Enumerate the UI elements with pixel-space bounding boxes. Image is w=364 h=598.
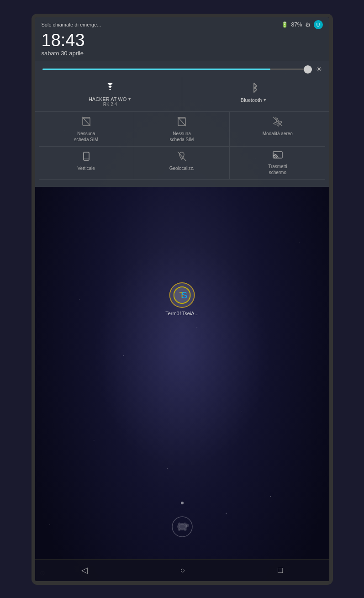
sim2-tile[interactable]: Nessunascheda SIM <box>134 112 230 147</box>
back-button[interactable]: ◁ <box>72 561 97 579</box>
bluetooth-label: Bluetooth ▼ <box>241 97 267 103</box>
emergency-text: Solo chiamate di emerge... <box>42 22 101 27</box>
time-area: 18:43 sabato 30 aprile <box>35 30 329 62</box>
notification-panel: Solo chiamate di emerge... 🔋 87% ⚙ U 18:… <box>35 17 329 187</box>
brightness-max-icon: ☀ <box>316 65 322 74</box>
dot-indicator <box>181 502 184 504</box>
brightness-knob[interactable] <box>304 65 312 74</box>
settings-icon[interactable]: ⚙ <box>305 21 311 28</box>
rotate-icon <box>82 151 91 164</box>
cast-label: Trasmettischermo <box>268 164 287 175</box>
app-area: T S Term01TseiA... <box>165 282 199 316</box>
bottom-logo <box>171 506 194 540</box>
svg-text:S: S <box>181 290 187 300</box>
svg-line-4 <box>82 117 90 126</box>
bt-dropdown-arrow: ▼ <box>263 98 267 102</box>
app-icon[interactable]: T S <box>169 282 195 308</box>
brightness-fill <box>42 69 271 70</box>
cast-icon <box>273 151 283 162</box>
wifi-sublabel: RK 2.4 <box>103 102 117 107</box>
wifi-label: HACKER AT WO ▼ <box>89 96 132 102</box>
location-icon <box>177 151 186 164</box>
quick-tiles-grid: Nessunascheda SIM Nessunascheda SIM <box>35 112 329 180</box>
battery-icon: 🔋 <box>281 21 288 28</box>
date-display: sabato 30 aprile <box>42 50 323 59</box>
status-bar-right: 🔋 87% ⚙ U <box>281 20 322 29</box>
wifi-tile[interactable]: HACKER AT WO ▼ RK 2.4 <box>39 77 182 111</box>
device-frame: Solo chiamate di emerge... 🔋 87% ⚙ U 18:… <box>32 14 333 585</box>
time-display: 18:43 <box>42 31 323 50</box>
bluetooth-tile[interactable]: Bluetooth ▼ <box>182 77 326 111</box>
sim1-icon <box>82 116 91 129</box>
sim1-label: Nessunascheda SIM <box>74 131 98 143</box>
sim2-label: Nessunascheda SIM <box>170 131 194 143</box>
app-label: Term01TseiA... <box>165 311 199 316</box>
brightness-row: ☀ <box>35 61 329 77</box>
rotate-label: Verticale <box>77 165 95 171</box>
airplane-tile[interactable]: Modalità aereo <box>230 112 325 147</box>
cast-tile[interactable]: Trasmettischermo <box>230 147 325 180</box>
home-button[interactable]: ○ <box>171 562 195 579</box>
airplane-label: Modalità aereo <box>263 131 293 137</box>
brightness-slider[interactable] <box>42 69 311 70</box>
user-avatar[interactable]: U <box>314 20 323 29</box>
status-bar: Solo chiamate di emerge... 🔋 87% ⚙ U <box>35 17 329 30</box>
location-tile[interactable]: Geolocalizz. <box>134 147 230 180</box>
wifi-icon <box>105 83 116 95</box>
airplane-icon <box>273 116 283 129</box>
bluetooth-icon <box>250 83 258 95</box>
sim1-tile[interactable]: Nessunascheda SIM <box>39 112 134 147</box>
bottom-nav: ◁ ○ □ <box>35 559 329 581</box>
sim2-icon <box>177 116 186 129</box>
quick-tiles-top: HACKER AT WO ▼ RK 2.4 Bluetooth <box>35 77 329 112</box>
location-label: Geolocalizz. <box>169 165 194 171</box>
battery-percentage: 87% <box>291 21 302 28</box>
recents-button[interactable]: □ <box>269 562 292 579</box>
svg-line-8 <box>178 117 186 126</box>
wifi-dropdown-arrow: ▼ <box>127 97 132 101</box>
rotate-tile[interactable]: Verticale <box>39 147 134 180</box>
